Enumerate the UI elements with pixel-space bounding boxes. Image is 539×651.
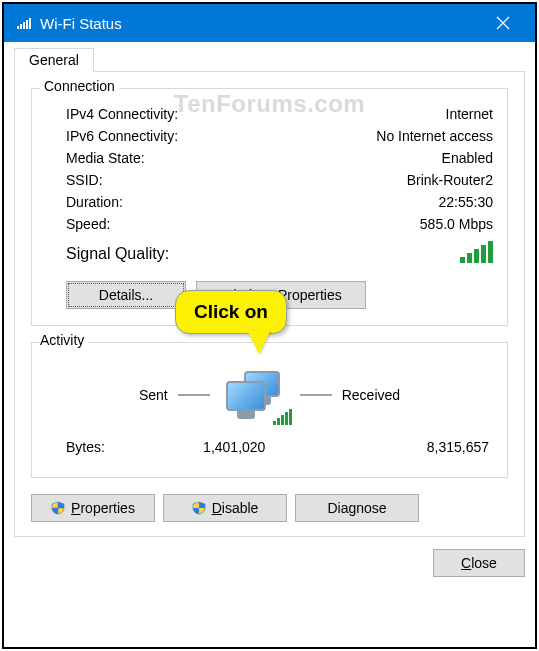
wifi-status-icon [16,15,32,31]
tab-content: TenForums.com Connection IPv4 Connectivi… [14,71,525,537]
shield-icon [51,501,65,515]
ssid-value: Brink-Router2 [407,172,493,188]
ipv6-label: IPv6 Connectivity: [66,128,178,144]
duration-label: Duration: [66,194,123,210]
ipv6-value: No Internet access [376,128,493,144]
ipv4-label: IPv4 Connectivity: [66,106,178,122]
tab-strip: General [14,48,525,72]
row-media: Media State: Enabled [46,147,493,169]
svg-rect-4 [29,18,31,29]
ipv4-value: Internet [446,106,493,122]
media-value: Enabled [442,150,493,166]
svg-rect-3 [26,20,28,29]
svg-rect-2 [23,22,25,29]
activity-diagram: Sent Received [46,367,493,423]
disable-button[interactable]: Disable [163,494,287,522]
row-ipv6: IPv6 Connectivity: No Internet access [46,125,493,147]
callout-text: Click on [175,290,287,334]
speed-label: Speed: [66,216,110,232]
activity-group: Activity Sent Received [31,342,508,478]
close-button[interactable]: Close [433,549,525,577]
properties-button[interactable]: Properties [31,494,155,522]
tab-general[interactable]: General [14,48,94,72]
bytes-label: Bytes: [66,439,166,455]
svg-rect-0 [17,26,19,29]
window-title: Wi-Fi Status [40,15,483,32]
row-duration: Duration: 22:55:30 [46,191,493,213]
shield-icon [192,501,206,515]
bytes-received-value: 8,315,657 [353,439,490,455]
bytes-sent-value: 1,401,020 [166,439,353,455]
network-monitors-icon [220,367,290,423]
activity-label: Activity [40,332,88,348]
media-label: Media State: [66,150,145,166]
duration-value: 22:55:30 [439,194,494,210]
row-signal: Signal Quality: [46,235,493,271]
row-speed: Speed: 585.0 Mbps [46,213,493,235]
bytes-row: Bytes: 1,401,020 8,315,657 [46,423,493,461]
signal-bars-icon [460,239,493,263]
ssid-label: SSID: [66,172,103,188]
close-icon[interactable] [483,4,523,42]
speed-value: 585.0 Mbps [420,216,493,232]
row-ssid: SSID: Brink-Router2 [46,169,493,191]
callout-annotation: Click on [175,290,287,334]
details-button[interactable]: Details... [66,281,186,309]
connection-label: Connection [40,78,119,94]
diagnose-button[interactable]: Diagnose [295,494,419,522]
titlebar: Wi-Fi Status [4,4,535,42]
row-ipv4: IPv4 Connectivity: Internet [46,103,493,125]
sent-label: Sent [139,387,168,403]
received-label: Received [342,387,400,403]
signal-label: Signal Quality: [66,245,169,263]
svg-rect-1 [20,24,22,29]
